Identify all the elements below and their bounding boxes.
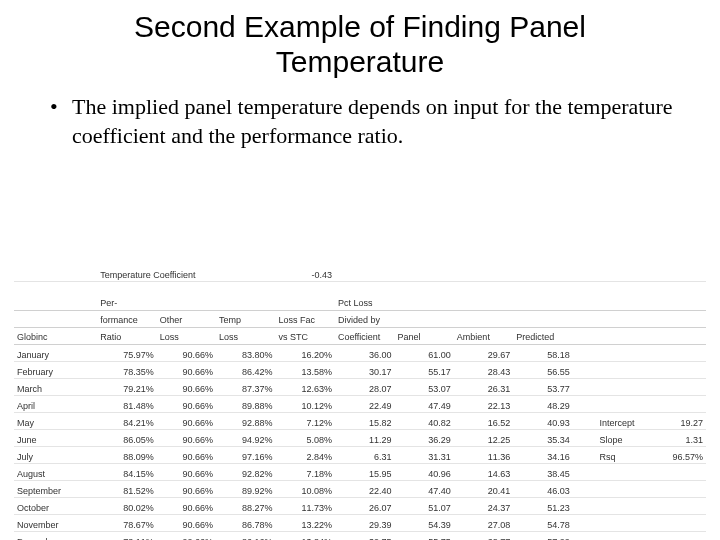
hdr-panel: Panel — [394, 328, 453, 345]
table-row: February78.35%90.66%86.42%13.58%30.1755.… — [14, 362, 706, 379]
table-row: January75.97%90.66%83.80%16.20%36.0061.0… — [14, 345, 706, 362]
hdr-temp-2: Loss — [216, 328, 275, 345]
hdr-perf-3: Ratio — [97, 328, 156, 345]
table-row: July88.09%90.66%97.16%2.84%6.3131.3111.3… — [14, 447, 706, 464]
table-row: May84.21%90.66%92.88%7.12%15.8240.8216.5… — [14, 413, 706, 430]
intercept-value: 19.27 — [651, 413, 706, 430]
header-row-1: Per- Pct Loss — [14, 294, 706, 311]
hdr-pct-2: Divided by — [335, 311, 394, 328]
slide-title: Second Example of Finding Panel Temperat… — [90, 10, 630, 79]
hdr-other-1: Other — [157, 311, 216, 328]
hdr-pct-3: Coefficient — [335, 328, 394, 345]
header-row-3: Globinc Ratio Loss Loss vs STC Coefficie… — [14, 328, 706, 345]
slope-value: 1.31 — [651, 430, 706, 447]
coef-label: Temperature Coefficient — [97, 265, 216, 282]
row-group-label: Globinc — [14, 328, 97, 345]
spreadsheet: Temperature Coefficient -0.43 Per- Pct L… — [14, 265, 706, 540]
hdr-pct-1: Pct Loss — [335, 294, 394, 311]
table-row: November78.67%90.66%86.78%13.22%29.3954.… — [14, 515, 706, 532]
coef-row: Temperature Coefficient -0.43 — [14, 265, 706, 282]
hdr-lf-1: Loss Fac — [276, 311, 335, 328]
bullet-item: The implied panel temperature depends on… — [50, 93, 680, 150]
table-row: April81.48%90.66%89.88%10.12%22.4947.492… — [14, 396, 706, 413]
table-row: October80.02%90.66%88.27%11.73%26.0751.0… — [14, 498, 706, 515]
coef-value: -0.43 — [276, 265, 335, 282]
table-row: June86.05%90.66%94.92%5.08%11.2936.2912.… — [14, 430, 706, 447]
table-row: September81.52%90.66%89.92%10.08%22.4047… — [14, 481, 706, 498]
hdr-ambient: Ambient — [454, 328, 513, 345]
hdr-other-2: Loss — [157, 328, 216, 345]
header-row-2: formance Other Temp Loss Fac Divided by — [14, 311, 706, 328]
slope-label: Slope — [597, 430, 652, 447]
table-row: March79.21%90.66%87.37%12.63%28.0753.072… — [14, 379, 706, 396]
hdr-predicted: Predicted — [513, 328, 572, 345]
hdr-perf-2: formance — [97, 311, 156, 328]
intercept-label: Intercept — [597, 413, 652, 430]
rsq-value: 96.57% — [651, 447, 706, 464]
data-table: Temperature Coefficient -0.43 Per- Pct L… — [14, 265, 706, 540]
table-row: August84.15%90.66%92.82%7.18%15.9540.961… — [14, 464, 706, 481]
hdr-perf-1: Per- — [97, 294, 156, 311]
hdr-temp-1: Temp — [216, 311, 275, 328]
rsq-label: Rsq — [597, 447, 652, 464]
hdr-lf-2: vs STC — [276, 328, 335, 345]
bullet-list: The implied panel temperature depends on… — [50, 93, 680, 150]
slide: Second Example of Finding Panel Temperat… — [0, 0, 720, 540]
table-row: December78.11%90.66%86.16%13.84%30.7555.… — [14, 532, 706, 541]
